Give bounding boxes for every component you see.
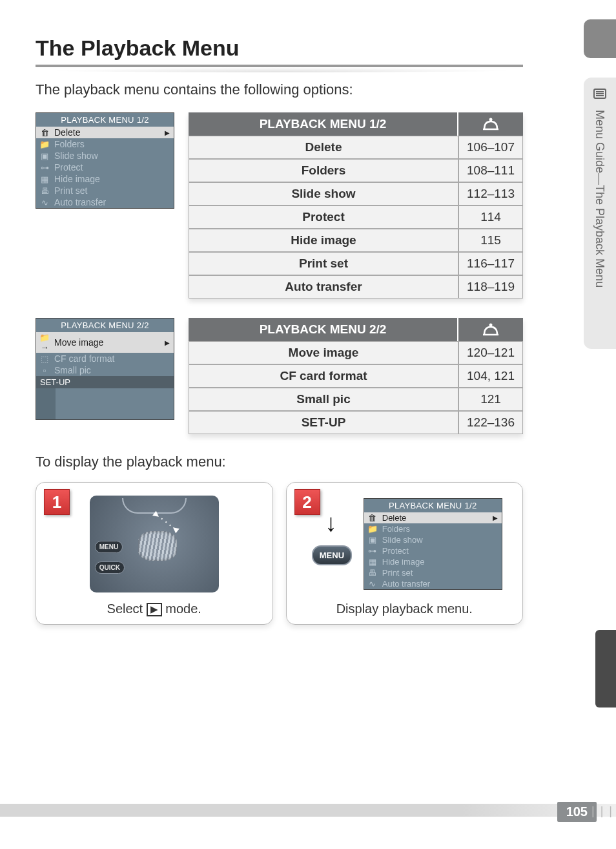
table2-header: PLAYBACK MENU 2/2	[189, 318, 458, 341]
menu-item-label: Hide image	[54, 174, 100, 184]
option-name: Auto transfer	[189, 275, 458, 299]
section-title-bar: The Playback Menu	[36, 36, 523, 67]
lcd-menu-item: ▫Small pic	[36, 364, 174, 376]
menu-item-icon: ⊶	[367, 546, 378, 556]
intro-text: The playback menu contains the following…	[36, 81, 523, 98]
table-row: Slide show112–113	[189, 182, 523, 205]
table-row: Auto transfer118–119	[189, 275, 523, 299]
zoom-rocker-icon	[122, 498, 187, 514]
option-name: Hide image	[189, 229, 458, 252]
lcd-menu-item: 🗑Delete	[36, 127, 174, 138]
page-top-tab	[584, 19, 616, 58]
table-row: Move image120–121	[189, 341, 523, 364]
option-name: Small pic	[189, 388, 458, 411]
page-ref-icon	[458, 318, 523, 341]
menu-item-label: Folders	[54, 139, 85, 149]
menu-item-icon: ∿	[39, 198, 50, 207]
option-name: Protect	[189, 205, 458, 229]
option-name: Slide show	[189, 182, 458, 205]
menu-item-icon: 🗑	[39, 128, 50, 138]
menu-item-icon: ▦	[367, 557, 378, 567]
lcd2-blank	[36, 388, 174, 419]
lcd-menu-item: 📁→Move image	[36, 332, 174, 353]
menu-item-label: Slide show	[382, 535, 423, 545]
menu-item-icon: ⬚	[39, 354, 50, 364]
option-page: 108–111	[458, 159, 523, 182]
menu-item-icon: 🖶	[367, 568, 378, 578]
playback-mode-icon: ▶	[147, 603, 162, 616]
option-name: Folders	[189, 159, 458, 182]
option-name: Move image	[189, 341, 458, 364]
menu-button: MENU	[312, 545, 352, 565]
page-trim-marks: | | |	[591, 804, 613, 818]
menu-item-label: Protect	[54, 162, 83, 173]
table-row: Print set116–117	[189, 252, 523, 275]
lcd-menu-item: ▣Slide show	[364, 534, 502, 545]
display-intro: To display the playback menu:	[36, 454, 523, 470]
option-name: Delete	[189, 136, 458, 159]
svg-point-6	[489, 323, 493, 326]
side-section-label: Menu Guide—The Playback Menu	[593, 110, 606, 288]
lcd-menu-item: 📁Folders	[364, 523, 502, 534]
menu-item-label: Print set	[382, 568, 413, 578]
table-row: Delete106–107	[189, 136, 523, 159]
svg-point-4	[489, 118, 493, 121]
menu-item-icon: ▣	[39, 151, 50, 161]
menu-item-label: Auto transfer	[382, 579, 430, 589]
lcd-menu-item: ⊶Protect	[364, 545, 502, 556]
table1-header: PLAYBACK MENU 1/2	[189, 112, 458, 136]
lcd-menu-item: ▦Hide image	[364, 556, 502, 567]
menu-item-label: Small pic	[54, 365, 91, 375]
menu-button-press: ↓ MENU	[307, 505, 357, 583]
lcd-menu-item: ▣Slide show	[36, 150, 174, 162]
menu-item-label: Delete	[382, 513, 407, 523]
step-2-caption: Display playback menu.	[294, 599, 515, 618]
option-page: 115	[458, 229, 523, 252]
menu-item-label: Move image	[54, 337, 103, 348]
step-2-card: 2 ↓ MENU PLAYBACK MENU 1/2 🗑Delete📁Folde…	[286, 482, 524, 625]
option-page: 116–117	[458, 252, 523, 275]
page-title: The Playback Menu	[36, 36, 523, 67]
option-name: Print set	[189, 252, 458, 275]
menu-item-label: Print set	[54, 185, 87, 196]
option-page: 114	[458, 205, 523, 229]
options-table-2: PLAYBACK MENU 2/2 Move image120–121CF ca…	[189, 318, 523, 434]
lcd-menu-item: ▦Hide image	[36, 173, 174, 185]
menu-item-label: Delete	[54, 127, 80, 138]
table-row: SET-UP122–136	[189, 411, 523, 434]
table-row: Protect114	[189, 205, 523, 229]
menu-item-icon: ▣	[367, 535, 378, 545]
menu-item-icon: 🖶	[39, 186, 50, 196]
lcd-menu-item: 🖶Print set	[36, 185, 174, 196]
option-page: 104, 121	[458, 364, 523, 388]
page-ref-icon	[458, 112, 523, 136]
option-name: SET-UP	[189, 411, 458, 434]
menu-item-icon: 📁	[39, 140, 50, 149]
menu-item-icon: 🗑	[367, 513, 378, 523]
camera-top-illustration: ▸···◂ MENU QUICK	[90, 496, 219, 592]
press-arrow-icon: ↓	[325, 509, 337, 537]
step1-caption-post: mode.	[162, 602, 201, 616]
menu-item-icon: 📁	[367, 524, 378, 534]
lcd1-title: PLAYBACK MENU 1/2	[36, 113, 174, 127]
menu-item-label: Protect	[382, 546, 409, 556]
lcd-menu-item: 🗑Delete	[364, 512, 502, 523]
menu-item-icon: ▦	[39, 174, 50, 184]
lcd-step2-title: PLAYBACK MENU 1/2	[364, 499, 502, 512]
table-row: CF card format104, 121	[189, 364, 523, 388]
side-ribbon: Menu Guide—The Playback Menu	[584, 78, 616, 349]
lcd2-setup: SET-UP	[36, 376, 174, 388]
menu-item-label: Auto transfer	[54, 197, 106, 207]
step1-caption-pre: Select	[107, 602, 147, 616]
lcd-menu-item: ∿Auto transfer	[364, 578, 502, 589]
option-page: 106–107	[458, 136, 523, 159]
menu-item-label: Slide show	[54, 151, 98, 161]
lcd-preview-step2: PLAYBACK MENU 1/2 🗑Delete📁Folders▣Slide …	[364, 498, 502, 590]
menu-item-icon: ▫	[39, 366, 50, 375]
table-row: Folders108–111	[189, 159, 523, 182]
thumb-index-tab	[595, 630, 616, 708]
menu-button-label: MENU	[95, 541, 123, 553]
lcd-menu-item: 📁Folders	[36, 138, 174, 150]
table-row: Small pic121	[189, 388, 523, 411]
menu-item-label: CF card format	[54, 353, 114, 364]
